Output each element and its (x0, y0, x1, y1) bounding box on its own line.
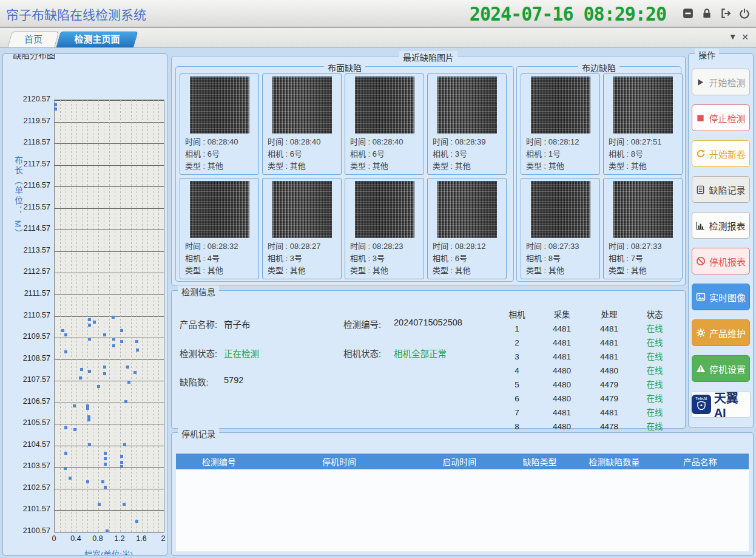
shutdown-report-button[interactable]: 停机报表 (692, 248, 750, 274)
camera-table-header: 处理 (586, 308, 633, 322)
logout-icon[interactable] (720, 8, 731, 19)
scatter-plot[interactable] (54, 100, 164, 532)
surface-defects-group: 布面缺陷 时间 : 08:28:40相机 : 6号类型 : 其他时间 : 08:… (175, 66, 514, 282)
defect-card[interactable]: 时间 : 08:28:23相机 : 3号类型 : 其他 (345, 178, 424, 279)
detection-id-label: 检测编号: (343, 318, 381, 330)
shutdown-column-header: 产品名称 (652, 455, 749, 468)
defect-card[interactable]: 时间 : 08:28:40相机 : 6号类型 : 其他 (180, 73, 259, 175)
chevron-down-icon[interactable]: ▼ (729, 32, 737, 42)
shutdown-settings-button[interactable]: 停机设置 (692, 355, 750, 382)
v-gridline (76, 100, 77, 532)
camera-table-cell: 4481 (538, 336, 586, 350)
camera-table-cell: 2 (496, 336, 538, 350)
shutdown-column-header: 停机时间 (262, 455, 417, 468)
v-gridline (87, 100, 88, 532)
defect-camera: 相机 : 3号 (263, 253, 341, 265)
defect-type: 类型 : 其他 (180, 265, 258, 277)
power-icon[interactable] (739, 8, 750, 19)
v-gridline (131, 100, 132, 532)
defect-card[interactable]: 时间 : 08:27:51相机 : 8号类型 : 其他 (603, 73, 683, 175)
data-point (64, 333, 67, 336)
v-gridline (158, 100, 159, 532)
defect-image (613, 77, 673, 134)
data-point (120, 461, 123, 464)
tabbar: 首页 检测主页面 ▼ ✕ (0, 28, 756, 48)
shutdown-records-panel: 停机记录 检测编号停机时间启动时间缺陷类型检测缺陷数量产品名称 (171, 432, 754, 556)
titlebar: 帘子布缺陷在线检测系统 2024-07-16 08:29:20 (0, 0, 756, 28)
defect-image (531, 181, 590, 238)
start-detection-button[interactable]: 开始检测 (692, 69, 750, 95)
tab-home[interactable]: 首页 (10, 32, 57, 47)
defect-time: 时间 : 08:28:23 (345, 240, 424, 253)
data-point (88, 318, 91, 321)
x-tick-label: 0.8 (92, 534, 103, 543)
defect-card[interactable]: 时间 : 08:27:33相机 : 8号类型 : 其他 (521, 178, 600, 279)
teleai-logo-text: 天翼AI (714, 389, 750, 420)
live-image-button[interactable]: 实时图像 (692, 284, 750, 310)
product-maintenance-button[interactable]: 产品维护 (692, 319, 750, 346)
defect-card[interactable]: 时间 : 08:28:12相机 : 1号类型 : 其他 (521, 73, 600, 175)
defect-records-button[interactable]: 缺陷记录 (692, 176, 750, 203)
defect-camera: 相机 : 3号 (428, 148, 506, 160)
defect-card[interactable]: 时间 : 08:28:40相机 : 6号类型 : 其他 (262, 73, 342, 175)
y-tick-label: 2103.57 (3, 461, 50, 470)
data-point (120, 465, 123, 468)
data-point (133, 371, 137, 374)
digital-clock: 2024-07-16 08:29:20 (470, 2, 666, 25)
bar-chart-icon (696, 221, 705, 230)
start-new-roll-button[interactable]: 开始新卷 (692, 140, 750, 167)
defect-type: 类型 : 其他 (345, 265, 424, 277)
camera-table-cell: 7 (496, 406, 538, 420)
defect-card[interactable]: 时间 : 08:27:33相机 : 7号类型 : 其他 (603, 178, 683, 279)
data-point (88, 338, 91, 341)
data-point (112, 338, 115, 341)
defect-time: 时间 : 08:28:12 (428, 240, 506, 253)
group-title: 布边缺陷 (578, 61, 619, 73)
data-point (64, 452, 67, 455)
camera-online-status: 在线 (633, 378, 677, 392)
defect-type: 类型 : 其他 (345, 160, 424, 172)
defect-card[interactable]: 时间 : 08:28:27相机 : 3号类型 : 其他 (262, 178, 342, 279)
minimize-icon[interactable] (683, 8, 694, 19)
y-tick-label: 2101.57 (3, 505, 50, 513)
defect-image (355, 181, 414, 238)
data-point (112, 316, 115, 319)
defect-card[interactable]: 时间 : 08:28:40相机 : 6号类型 : 其他 (345, 73, 424, 175)
detection-report-button[interactable]: 检测报表 (692, 212, 750, 239)
detection-id-value: 20240715052508 (394, 318, 462, 327)
camera-online-status: 在线 (633, 392, 677, 406)
close-icon[interactable]: ✕ (741, 32, 749, 42)
product-name-label: 产品名称: (180, 318, 217, 330)
y-tick-label: 2115.57 (3, 203, 50, 211)
teleai-logo: TeleAI天翼AI (691, 391, 751, 418)
defect-type: 类型 : 其他 (521, 160, 599, 172)
lock-icon[interactable] (701, 8, 712, 19)
defect-image (437, 77, 497, 134)
shutdown-column-header: 检测编号 (176, 455, 262, 468)
shutdown-table-body[interactable] (176, 469, 749, 551)
v-gridline (60, 100, 61, 532)
teleai-badge-icon: TeleAI (692, 395, 711, 414)
defect-card[interactable]: 时间 : 08:28:32相机 : 4号类型 : 其他 (180, 178, 259, 279)
data-point (103, 366, 106, 369)
y-tick-label: 2114.57 (3, 224, 50, 233)
data-point (64, 426, 67, 429)
y-tick-label: 2116.57 (3, 181, 50, 189)
defect-camera: 相机 : 8号 (604, 148, 682, 160)
button-label: 开始新卷 (709, 148, 746, 160)
defect-card[interactable]: 时间 : 08:28:12相机 : 6号类型 : 其他 (427, 178, 507, 279)
tab-detection-main[interactable]: 检测主页面 (58, 32, 136, 47)
v-gridline (109, 100, 110, 532)
v-gridline (71, 100, 72, 532)
defect-card[interactable]: 时间 : 08:28:39相机 : 3号类型 : 其他 (427, 73, 507, 175)
button-label: 产品维护 (709, 327, 746, 339)
edge-defects-group: 布边缺陷 时间 : 08:28:12相机 : 1号类型 : 其他时间 : 08:… (516, 66, 681, 282)
data-point (104, 452, 107, 455)
v-gridline (98, 100, 99, 532)
stop-detection-button[interactable]: 停止检测 (692, 104, 750, 131)
shutdown-column-header: 缺陷类型 (502, 455, 577, 468)
defect-type: 类型 : 其他 (263, 160, 341, 172)
product-name-value: 帘子布 (224, 318, 251, 330)
camera-table-cell: 4479 (586, 378, 633, 392)
data-point (112, 344, 115, 347)
